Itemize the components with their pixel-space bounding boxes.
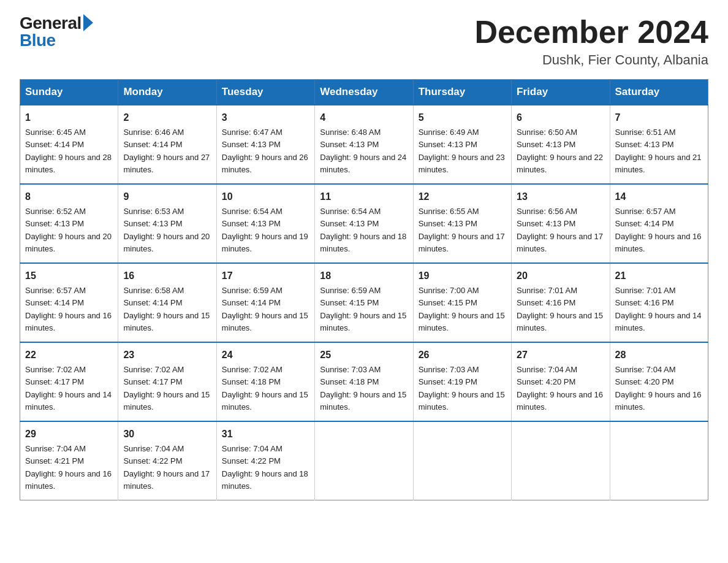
calendar-day-cell: 9 Sunrise: 6:53 AMSunset: 4:13 PMDayligh… xyxy=(118,184,216,263)
day-number: 31 xyxy=(222,427,309,442)
calendar-day-cell: 29 Sunrise: 7:04 AMSunset: 4:21 PMDaylig… xyxy=(20,421,118,500)
day-of-week-header: Thursday xyxy=(413,80,511,105)
day-number: 28 xyxy=(615,348,703,362)
calendar-day-cell: 22 Sunrise: 7:02 AMSunset: 4:17 PMDaylig… xyxy=(20,342,118,421)
calendar-day-cell: 17 Sunrise: 6:59 AMSunset: 4:14 PMDaylig… xyxy=(216,263,314,342)
calendar-day-cell: 11 Sunrise: 6:54 AMSunset: 4:13 PMDaylig… xyxy=(315,184,413,263)
logo-general-text: General xyxy=(20,15,82,32)
calendar-day-cell: 15 Sunrise: 6:57 AMSunset: 4:14 PMDaylig… xyxy=(20,263,118,342)
logo: General Blue xyxy=(20,15,93,49)
day-info: Sunrise: 7:03 AMSunset: 4:18 PMDaylight:… xyxy=(320,365,406,412)
day-number: 14 xyxy=(615,190,703,204)
day-info: Sunrise: 6:50 AMSunset: 4:13 PMDaylight:… xyxy=(517,128,603,174)
day-of-week-header: Monday xyxy=(118,80,216,105)
day-info: Sunrise: 6:57 AMSunset: 4:14 PMDaylight:… xyxy=(615,207,702,253)
day-number: 25 xyxy=(320,348,408,362)
calendar-day-cell: 21 Sunrise: 7:01 AMSunset: 4:16 PMDaylig… xyxy=(610,263,708,342)
day-number: 12 xyxy=(419,190,506,204)
day-info: Sunrise: 6:59 AMSunset: 4:15 PMDaylight:… xyxy=(320,286,406,332)
day-number: 6 xyxy=(517,110,604,125)
calendar-week-row: 29 Sunrise: 7:04 AMSunset: 4:21 PMDaylig… xyxy=(20,421,708,500)
calendar-day-cell: 14 Sunrise: 6:57 AMSunset: 4:14 PMDaylig… xyxy=(610,184,708,263)
day-number: 17 xyxy=(222,269,309,283)
calendar-day-cell xyxy=(512,421,610,500)
calendar-day-cell: 27 Sunrise: 7:04 AMSunset: 4:20 PMDaylig… xyxy=(512,342,610,421)
day-number: 3 xyxy=(222,110,309,125)
day-number: 9 xyxy=(123,190,211,204)
calendar-day-cell xyxy=(413,421,511,500)
calendar-day-cell: 25 Sunrise: 7:03 AMSunset: 4:18 PMDaylig… xyxy=(315,342,413,421)
day-info: Sunrise: 7:02 AMSunset: 4:18 PMDaylight:… xyxy=(222,365,308,412)
day-info: Sunrise: 7:04 AMSunset: 4:20 PMDaylight:… xyxy=(517,365,603,412)
calendar-day-cell: 5 Sunrise: 6:49 AMSunset: 4:13 PMDayligh… xyxy=(413,105,511,184)
day-info: Sunrise: 6:45 AMSunset: 4:14 PMDaylight:… xyxy=(25,128,112,174)
day-info: Sunrise: 6:55 AMSunset: 4:13 PMDaylight:… xyxy=(419,207,505,253)
day-info: Sunrise: 6:47 AMSunset: 4:13 PMDaylight:… xyxy=(222,128,308,174)
day-info: Sunrise: 6:54 AMSunset: 4:13 PMDaylight:… xyxy=(320,207,406,253)
day-info: Sunrise: 7:01 AMSunset: 4:16 PMDaylight:… xyxy=(615,286,702,332)
day-info: Sunrise: 7:01 AMSunset: 4:16 PMDaylight:… xyxy=(517,286,603,332)
calendar-day-cell: 16 Sunrise: 6:58 AMSunset: 4:14 PMDaylig… xyxy=(118,263,216,342)
day-of-week-header: Wednesday xyxy=(315,80,413,105)
calendar-day-cell: 23 Sunrise: 7:02 AMSunset: 4:17 PMDaylig… xyxy=(118,342,216,421)
logo-blue-text: Blue xyxy=(20,32,56,49)
day-number: 22 xyxy=(25,348,113,362)
day-of-week-header: Sunday xyxy=(20,80,118,105)
day-info: Sunrise: 6:49 AMSunset: 4:13 PMDaylight:… xyxy=(419,128,505,174)
calendar-day-cell: 2 Sunrise: 6:46 AMSunset: 4:14 PMDayligh… xyxy=(118,105,216,184)
calendar-header-row: SundayMondayTuesdayWednesdayThursdayFrid… xyxy=(20,80,708,105)
calendar-day-cell: 6 Sunrise: 6:50 AMSunset: 4:13 PMDayligh… xyxy=(512,105,610,184)
day-info: Sunrise: 7:00 AMSunset: 4:15 PMDaylight:… xyxy=(419,286,505,332)
day-info: Sunrise: 7:04 AMSunset: 4:20 PMDaylight:… xyxy=(615,365,702,412)
calendar-week-row: 1 Sunrise: 6:45 AMSunset: 4:14 PMDayligh… xyxy=(20,105,708,184)
day-number: 23 xyxy=(123,348,211,362)
day-info: Sunrise: 7:02 AMSunset: 4:17 PMDaylight:… xyxy=(25,365,112,412)
day-number: 26 xyxy=(419,348,506,362)
day-info: Sunrise: 6:59 AMSunset: 4:14 PMDaylight:… xyxy=(222,286,308,332)
day-number: 13 xyxy=(517,190,604,204)
calendar-day-cell: 26 Sunrise: 7:03 AMSunset: 4:19 PMDaylig… xyxy=(413,342,511,421)
month-title: December 2024 xyxy=(474,15,708,50)
calendar-day-cell: 1 Sunrise: 6:45 AMSunset: 4:14 PMDayligh… xyxy=(20,105,118,184)
day-number: 19 xyxy=(419,269,506,283)
calendar-day-cell: 4 Sunrise: 6:48 AMSunset: 4:13 PMDayligh… xyxy=(315,105,413,184)
day-number: 8 xyxy=(25,190,113,204)
calendar-day-cell: 30 Sunrise: 7:04 AMSunset: 4:22 PMDaylig… xyxy=(118,421,216,500)
day-number: 20 xyxy=(517,269,604,283)
calendar-day-cell: 20 Sunrise: 7:01 AMSunset: 4:16 PMDaylig… xyxy=(512,263,610,342)
day-number: 30 xyxy=(123,427,211,442)
day-info: Sunrise: 6:56 AMSunset: 4:13 PMDaylight:… xyxy=(517,207,603,253)
day-number: 21 xyxy=(615,269,703,283)
calendar-day-cell: 19 Sunrise: 7:00 AMSunset: 4:15 PMDaylig… xyxy=(413,263,511,342)
day-info: Sunrise: 6:52 AMSunset: 4:13 PMDaylight:… xyxy=(25,207,112,253)
day-info: Sunrise: 7:03 AMSunset: 4:19 PMDaylight:… xyxy=(419,365,505,412)
day-number: 18 xyxy=(320,269,408,283)
day-number: 2 xyxy=(123,110,211,125)
day-number: 5 xyxy=(419,110,506,125)
location-subtitle: Dushk, Fier County, Albania xyxy=(474,52,708,68)
day-info: Sunrise: 7:02 AMSunset: 4:17 PMDaylight:… xyxy=(123,365,210,412)
calendar-week-row: 15 Sunrise: 6:57 AMSunset: 4:14 PMDaylig… xyxy=(20,263,708,342)
calendar-week-row: 22 Sunrise: 7:02 AMSunset: 4:17 PMDaylig… xyxy=(20,342,708,421)
calendar-day-cell: 3 Sunrise: 6:47 AMSunset: 4:13 PMDayligh… xyxy=(216,105,314,184)
calendar-day-cell xyxy=(610,421,708,500)
day-of-week-header: Saturday xyxy=(610,80,708,105)
logo-triangle-icon xyxy=(83,14,93,31)
day-number: 24 xyxy=(222,348,309,362)
day-number: 7 xyxy=(615,110,703,125)
day-info: Sunrise: 7:04 AMSunset: 4:22 PMDaylight:… xyxy=(222,444,308,491)
day-number: 16 xyxy=(123,269,211,283)
day-number: 27 xyxy=(517,348,604,362)
calendar-day-cell: 7 Sunrise: 6:51 AMSunset: 4:13 PMDayligh… xyxy=(610,105,708,184)
day-info: Sunrise: 6:48 AMSunset: 4:13 PMDaylight:… xyxy=(320,128,406,174)
calendar-day-cell xyxy=(315,421,413,500)
calendar-day-cell: 28 Sunrise: 7:04 AMSunset: 4:20 PMDaylig… xyxy=(610,342,708,421)
day-info: Sunrise: 6:46 AMSunset: 4:14 PMDaylight:… xyxy=(123,128,210,174)
calendar-day-cell: 18 Sunrise: 6:59 AMSunset: 4:15 PMDaylig… xyxy=(315,263,413,342)
calendar-week-row: 8 Sunrise: 6:52 AMSunset: 4:13 PMDayligh… xyxy=(20,184,708,263)
page-header: General Blue December 2024 Dushk, Fier C… xyxy=(20,15,708,68)
calendar-day-cell: 8 Sunrise: 6:52 AMSunset: 4:13 PMDayligh… xyxy=(20,184,118,263)
title-block: December 2024 Dushk, Fier County, Albani… xyxy=(474,15,708,68)
day-number: 1 xyxy=(25,110,113,125)
day-info: Sunrise: 6:51 AMSunset: 4:13 PMDaylight:… xyxy=(615,128,702,174)
